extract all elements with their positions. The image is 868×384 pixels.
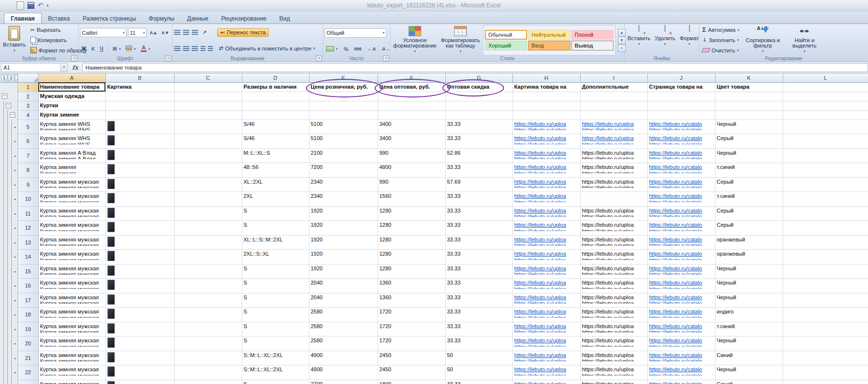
cell-C7[interactable] xyxy=(174,148,242,163)
cell-F6[interactable]: 3400 xyxy=(378,134,445,149)
cell-A7[interactable]: Куртка зимняя А ВладКуртка зимняя А Влад xyxy=(38,148,105,163)
column-header-K[interactable]: K xyxy=(715,73,783,82)
outline-level-button-1[interactable]: 1 xyxy=(1,74,7,81)
formula-input[interactable]: Наименование товара xyxy=(82,63,868,72)
cell-K15[interactable]: Черный xyxy=(715,264,783,279)
cell-C20[interactable] xyxy=(174,336,242,351)
cell-D23[interactable]: S xyxy=(242,380,309,384)
cell-D22[interactable]: S::M::L::XL::2XL xyxy=(242,365,309,380)
cell-H4[interactable] xyxy=(512,110,580,120)
cell-H6[interactable]: https://lebuto.ru/uploahttps://lebuto.ru… xyxy=(512,134,580,149)
row-header-5[interactable]: 5 xyxy=(18,120,38,134)
cell-F4[interactable] xyxy=(378,110,445,120)
cell-C10[interactable] xyxy=(174,192,242,207)
cell-K11[interactable]: Серый xyxy=(715,206,783,221)
cell-B17[interactable] xyxy=(105,293,174,308)
cell-C14[interactable] xyxy=(174,250,242,264)
cell-A8[interactable]: Куртка зимняяКуртка зимняя xyxy=(38,163,105,178)
cell-D13[interactable]: XL::L::S::M::2XL xyxy=(242,235,309,250)
cell-I3[interactable] xyxy=(580,101,647,110)
cell-B16[interactable] xyxy=(105,279,174,293)
cell-B15[interactable] xyxy=(105,264,174,279)
cell-L12[interactable] xyxy=(783,221,868,236)
cell-L23[interactable] xyxy=(783,380,868,384)
cell-style-output[interactable]: Вывод xyxy=(571,41,613,50)
cell-B4[interactable] xyxy=(105,110,174,120)
cell-B21[interactable] xyxy=(105,351,174,365)
cell-D8[interactable]: 48::56 xyxy=(242,163,309,178)
cell-J19[interactable]: https://lebuto.ru/catalohttps://lebuto.r… xyxy=(647,322,715,336)
cell-I16[interactable]: https://lebuto.ru/uploahttps://lebuto.ru… xyxy=(580,279,647,293)
accounting-format-button[interactable]: ▾ xyxy=(325,46,339,52)
column-header-D[interactable]: D xyxy=(242,73,309,82)
cell-G10[interactable]: 33.33 xyxy=(445,192,512,207)
cell-K10[interactable]: т.синий xyxy=(715,192,783,207)
row-header-10[interactable]: 10 xyxy=(18,192,38,207)
cell-D12[interactable]: S xyxy=(242,221,309,236)
cell-G1[interactable]: Оптовая скидка xyxy=(445,82,512,92)
font-dialog-launcher[interactable]: ↘ xyxy=(165,55,171,61)
autosum-button[interactable]: Σ Автосумма ▾ xyxy=(701,26,740,33)
row-header-23[interactable]: 23 xyxy=(18,380,38,384)
cell-B7[interactable] xyxy=(105,148,174,163)
cell-B22[interactable] xyxy=(105,365,174,380)
cell-L8[interactable] xyxy=(783,163,868,178)
cell-I21[interactable]: https://lebuto.ru/uploahttps://lebuto.ru… xyxy=(580,351,647,365)
cell-C5[interactable] xyxy=(174,120,242,134)
clipboard-dialog-launcher[interactable]: ↘ xyxy=(71,55,77,61)
cell-G6[interactable]: 33.33 xyxy=(445,134,512,149)
cell-K3[interactable] xyxy=(715,101,783,110)
delete-cells-button[interactable]: × Удалить ▾ xyxy=(653,25,677,55)
cell-B3[interactable] xyxy=(105,101,174,110)
cell-K2[interactable] xyxy=(715,92,783,101)
cell-D20[interactable]: S xyxy=(242,336,309,351)
cell-I12[interactable]: https://lebuto.ru/uploahttps://lebuto.ru… xyxy=(580,221,647,236)
cell-B1[interactable]: Картинка xyxy=(105,82,174,92)
font-name-combo[interactable]: Calibri ▾ xyxy=(80,28,127,37)
cell-G17[interactable]: 33.33 xyxy=(445,293,512,308)
cell-E4[interactable] xyxy=(309,110,378,120)
cell-D1[interactable]: Размеры в наличии xyxy=(242,82,309,92)
cell-E6[interactable]: 5100 xyxy=(309,134,378,149)
sort-filter-button[interactable]: А↓Я Сортировка и фильтр ▾ xyxy=(742,25,783,55)
cell-G8[interactable]: 33.33 xyxy=(445,163,512,178)
cell-G22[interactable]: 50 xyxy=(445,365,512,380)
cell-G15[interactable]: 33.33 xyxy=(445,264,512,279)
cell-L14[interactable] xyxy=(783,250,868,264)
cell-C13[interactable] xyxy=(174,235,242,250)
cell-H11[interactable]: https://lebuto.ru/uploahttps://lebuto.ru… xyxy=(512,206,580,221)
cell-A15[interactable]: Куртка зимняя мужскаяКуртка зимняя мужск… xyxy=(38,264,105,279)
cell-C23[interactable] xyxy=(174,380,242,384)
paste-button[interactable]: Вставить ▾ xyxy=(1,25,27,55)
cell-E13[interactable]: 1920 xyxy=(309,235,378,250)
insert-cells-button[interactable]: + Вставить ▾ xyxy=(626,25,652,55)
cell-E10[interactable]: 2340 xyxy=(309,192,378,207)
outline-level-button-2[interactable]: 2 xyxy=(8,74,14,81)
cell-L21[interactable] xyxy=(783,351,868,365)
decrease-decimal-button[interactable]: .0→ xyxy=(380,46,391,52)
cell-A6[interactable]: Куртка зимняя WHSКуртка зимняя WHS xyxy=(38,134,105,149)
cell-D11[interactable]: S xyxy=(242,206,309,221)
cell-E21[interactable]: 4900 xyxy=(309,351,378,365)
borders-button[interactable]: ⊞▾ xyxy=(111,45,123,52)
cell-G11[interactable]: 33.33 xyxy=(445,206,512,221)
cell-C21[interactable] xyxy=(174,351,242,365)
cell-A20[interactable]: Куртка зимняя мужскаяКуртка зимняя мужск… xyxy=(38,336,105,351)
cell-style-bad[interactable]: Плохой xyxy=(571,30,613,40)
cell-H20[interactable]: https://lebuto.ru/uploahttps://lebuto.ru… xyxy=(512,336,580,351)
increase-indent-icon[interactable] xyxy=(208,46,213,51)
cell-L15[interactable] xyxy=(783,264,868,279)
cell-D10[interactable]: 2XL xyxy=(242,192,309,207)
cell-E7[interactable]: 2100 xyxy=(309,148,378,163)
shrink-font-button[interactable]: А▼ xyxy=(160,30,171,36)
cell-C11[interactable] xyxy=(174,206,242,221)
cell-G18[interactable]: 33.33 xyxy=(445,308,512,322)
font-size-combo[interactable]: 11 ▾ xyxy=(128,28,147,37)
grow-font-button[interactable]: А▲ xyxy=(148,30,158,36)
cell-J2[interactable] xyxy=(647,92,715,101)
cell-D7[interactable]: M::L::XL::S xyxy=(242,148,309,163)
cell-J11[interactable]: https://lebuto.ru/catalohttps://lebuto.r… xyxy=(647,206,715,221)
cell-H3[interactable] xyxy=(512,101,580,110)
cell-D17[interactable]: S xyxy=(242,293,309,308)
cell-L4[interactable] xyxy=(783,110,868,120)
